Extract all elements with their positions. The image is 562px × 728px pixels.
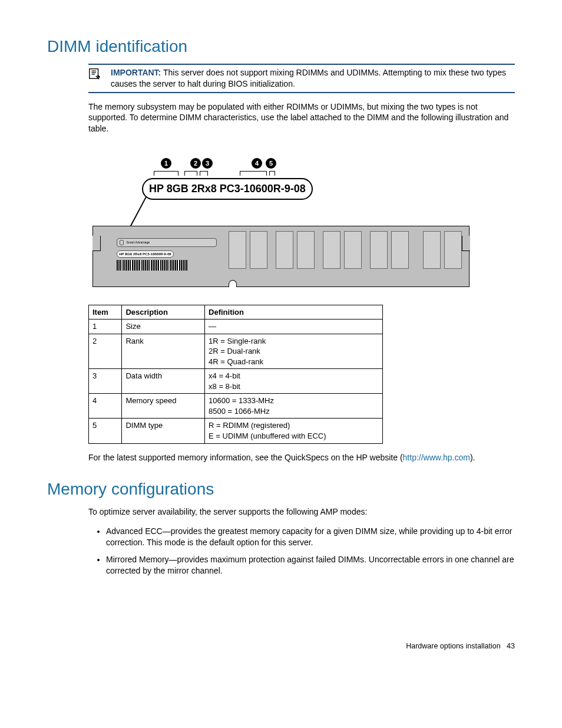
tiny-dimm-label: HP 8GB 2Rx8 PC3-10600R-9-08 bbox=[117, 251, 174, 258]
callout-2: 2 bbox=[190, 158, 201, 169]
dimm-definition-table: Item Description Definition 1Size—2Rank1… bbox=[88, 305, 383, 444]
hp-link[interactable]: http://www.hp.com bbox=[403, 453, 470, 462]
dimm-label-bubble: HP 8GB 2Rx8 PC3-10600R-9-08 bbox=[142, 178, 313, 199]
bullet-mirrored-memory: Mirrored Memory—provides maximum protect… bbox=[106, 554, 515, 577]
callout-5: 5 bbox=[266, 158, 276, 169]
table-row: 4Memory speed10600 = 1333-MHz8500 = 1066… bbox=[89, 394, 383, 419]
amp-mode-list: Advanced ECC—provides the greatest memor… bbox=[88, 526, 515, 577]
note-icon bbox=[88, 67, 101, 83]
heading-dimm-identification: DIMM identification bbox=[47, 35, 515, 58]
table-row: 5DIMM typeR = RDIMM (registered)E = UDIM… bbox=[89, 419, 383, 443]
important-text-block: IMPORTANT: This server does not support … bbox=[111, 67, 515, 90]
callout-3: 3 bbox=[202, 158, 213, 169]
bullet-advanced-ecc: Advanced ECC—provides the greatest memor… bbox=[106, 526, 515, 548]
table-row: 3Data widthx4 = 4-bitx8 = 8-bit bbox=[89, 369, 383, 394]
page-footer: Hardware options installation 43 bbox=[47, 641, 515, 651]
intro-paragraph: The memory subsystem may be populated wi… bbox=[88, 101, 515, 135]
dimm-label-figure: 1 2 3 4 5 HP 8GB 2Rx8 PC3-10600R-9-08 Sm… bbox=[92, 158, 470, 286]
important-label: IMPORTANT: bbox=[111, 68, 161, 77]
callout-4: 4 bbox=[252, 158, 262, 169]
important-body: This server does not support mixing RDIM… bbox=[111, 68, 506, 88]
callout-1: 1 bbox=[161, 158, 171, 169]
important-notice: IMPORTANT: This server does not support … bbox=[88, 64, 515, 93]
vendor-strip: Smart Advantage bbox=[117, 238, 217, 247]
heading-memory-configurations: Memory configurations bbox=[47, 478, 515, 500]
dimm-module: Smart Advantage HP 8GB 2Rx8 PC3-10600R-9… bbox=[92, 226, 470, 287]
th-item: Item bbox=[89, 305, 122, 319]
th-definition: Definition bbox=[205, 305, 383, 319]
quickspecs-footnote: For the latest supported memory informat… bbox=[88, 452, 515, 463]
barcode bbox=[117, 260, 187, 271]
amp-intro: To optimize server availability, the ser… bbox=[88, 506, 515, 518]
table-row: 2Rank1R = Single-rank2R = Dual-rank4R = … bbox=[89, 334, 383, 369]
table-row: 1Size— bbox=[89, 319, 383, 334]
th-description: Description bbox=[122, 305, 205, 319]
